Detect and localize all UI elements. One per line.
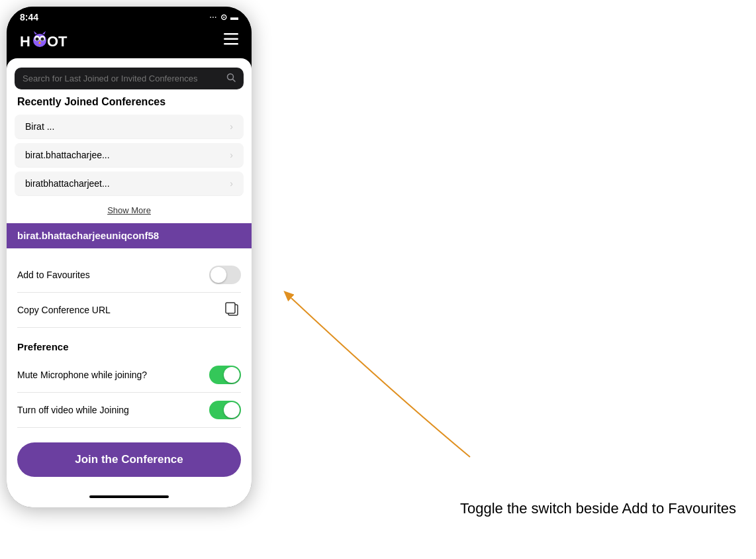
turn-off-video-label: Turn off video while Joining (17, 405, 129, 415)
turn-off-video-row: Turn off video while Joining (17, 393, 241, 428)
recently-joined-title: Recently Joined Conferences (7, 96, 252, 115)
turn-off-video-toggle[interactable] (209, 401, 241, 419)
toggle-knob-mute (224, 367, 240, 383)
svg-rect-12 (224, 43, 238, 45)
hamburger-menu-icon[interactable] (224, 33, 238, 48)
svg-point-1 (33, 34, 46, 47)
signal-dots: ··· (210, 14, 217, 21)
toggle-knob-video (224, 402, 240, 418)
svg-line-14 (233, 79, 236, 82)
conference-name-3: biratbhattacharjeet... (25, 178, 110, 189)
arrow-right-icon-1: › (230, 121, 233, 132)
copy-conference-url-row[interactable]: Copy Conference URL (17, 293, 241, 328)
add-to-favourites-row: Add to Favourites (17, 258, 241, 293)
preference-title: Preference (17, 341, 241, 358)
time: 8:44 (20, 12, 38, 23)
svg-text:OT: OT (47, 33, 68, 50)
annotation-text: Toggle the switch beside Add to Favourit… (460, 500, 736, 517)
conference-item-3[interactable]: biratbhattacharjeet... › (15, 172, 244, 196)
copy-icon[interactable] (222, 301, 241, 319)
battery-icon: ▬ (230, 13, 238, 22)
show-more-link[interactable]: Show More (7, 200, 252, 221)
logo-svg: H OT (20, 30, 73, 50)
search-input[interactable] (23, 74, 221, 83)
svg-marker-8 (42, 31, 46, 34)
svg-rect-10 (224, 33, 238, 35)
toggle-knob-favourites (211, 267, 226, 283)
conference-banner-text: birat.bhattacharjeeuniqconf58 (17, 230, 159, 241)
conference-banner: birat.bhattacharjeeuniqconf58 (7, 223, 252, 248)
phone-frame: 8:44 ··· ⊙ ▬ H OT (7, 7, 252, 507)
svg-point-5 (41, 38, 44, 41)
conference-name-1: Birat ... (25, 121, 54, 132)
app-header: H OT (7, 25, 252, 58)
annotation-container: Toggle the switch beside Add to Favourit… (460, 499, 736, 519)
conference-item-1[interactable]: Birat ... › (15, 115, 244, 139)
copy-conference-url-label: Copy Conference URL (17, 305, 111, 315)
svg-text:H: H (20, 33, 30, 50)
annotation-arrow (225, 258, 490, 470)
join-btn-container: Join the Conference (7, 434, 252, 485)
conference-item-2[interactable]: birat.bhattacharjee... › (15, 143, 244, 168)
join-conference-button[interactable]: Join the Conference (17, 442, 241, 477)
conference-name-2: birat.bhattacharjee... (25, 150, 110, 160)
mute-mic-toggle[interactable] (209, 366, 241, 384)
preference-section: Preference Mute Microphone while joining… (7, 334, 252, 434)
svg-rect-16 (226, 303, 235, 313)
mute-mic-label: Mute Microphone while joining? (17, 370, 147, 380)
mute-mic-row: Mute Microphone while joining? (17, 358, 241, 393)
status-bar: 8:44 ··· ⊙ ▬ (7, 7, 252, 25)
add-to-favourites-label: Add to Favourites (17, 270, 90, 280)
arrow-right-icon-3: › (230, 178, 233, 189)
svg-point-4 (36, 38, 39, 41)
svg-rect-11 (224, 38, 238, 40)
home-indicator (7, 485, 252, 507)
app-logo: H OT (20, 30, 73, 50)
home-bar (89, 495, 169, 498)
search-bar[interactable] (15, 68, 244, 89)
content-area: Recently Joined Conferences Birat ... › … (7, 58, 252, 507)
options-section: Add to Favourites Copy Conference URL (7, 251, 252, 334)
arrow-right-icon-2: › (230, 150, 233, 160)
wifi-icon: ⊙ (220, 13, 227, 22)
search-icon (226, 73, 236, 84)
svg-marker-7 (34, 31, 37, 34)
add-to-favourites-toggle[interactable] (209, 266, 241, 284)
